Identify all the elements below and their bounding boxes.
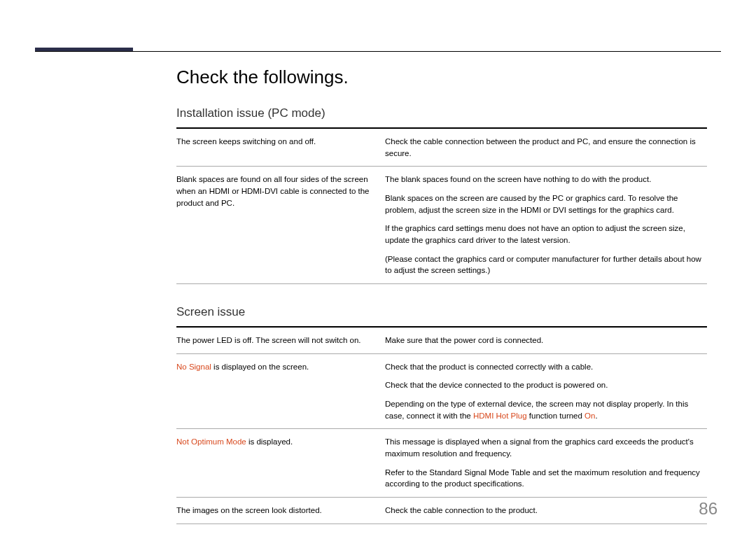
solution-cell: This message is displayed when a signal … [385,436,707,490]
table-row: Blank spaces are found on all four sides… [176,167,707,284]
solution-text: The blank spaces found on the screen hav… [385,174,707,185]
table-row: The screen keeps switching on and off. C… [176,129,707,167]
page-number: 86 [699,499,718,519]
solution-text: This message is displayed when a signal … [385,436,707,459]
highlight-text: HDMI Hot Plug [473,412,527,420]
solution-text: Refer to the Standard Signal Mode Table … [385,467,707,490]
section-heading-screen: Screen issue [176,305,707,319]
page-title: Check the followings. [176,66,707,88]
table-row: The images on the screen look distorted.… [176,498,707,524]
solution-text: Check the cable connection to the produc… [385,505,707,517]
solution-text: Check that the product is connected corr… [385,361,707,373]
page-content: Check the followings. Installation issue… [176,66,707,524]
solution-cell: Check the cable connection between the p… [385,136,707,159]
symptom-cell: The power LED is off. The screen will no… [176,335,385,346]
solution-text: Blank spaces on the screen are caused by… [385,192,707,216]
symptom-text: is displayed on the screen. [211,363,309,371]
solution-text: Check the cable connection between the p… [385,136,707,159]
solution-text: Check that the device connected to the p… [385,379,707,391]
solution-cell: Check the cable connection to the produc… [385,505,707,517]
symptom-text: is displayed. [246,437,293,446]
solution-text: Make sure that the power cord is connect… [385,335,707,346]
symptom-cell: The images on the screen look distorted. [176,505,385,517]
highlight-text: On [584,412,595,420]
highlight-text: No Signal [176,363,211,371]
solution-cell: Make sure that the power cord is connect… [385,335,707,346]
symptom-cell: No Signal is displayed on the screen. [176,361,385,422]
solution-text: Depending on the type of external device… [385,398,707,421]
solution-cell: The blank spaces found on the screen hav… [385,174,707,276]
symptom-cell: Blank spaces are found on all four sides… [176,174,385,276]
table-row: No Signal is displayed on the screen. Ch… [176,354,707,430]
section-heading-installation: Installation issue (PC mode) [176,106,707,120]
symptom-cell: The screen keeps switching on and off. [176,136,385,159]
table-row: The power LED is off. The screen will no… [176,328,707,354]
solution-text: (Please contact the graphics card or com… [385,253,707,276]
solution-cell: Check that the product is connected corr… [385,361,707,422]
symptom-cell: Not Optimum Mode is displayed. [176,436,385,490]
solution-text: If the graphics card settings menu does … [385,223,707,246]
highlight-text: Not Optimum Mode [176,437,246,446]
header-rule [35,51,721,52]
table-row: Not Optimum Mode is displayed. This mess… [176,429,707,498]
